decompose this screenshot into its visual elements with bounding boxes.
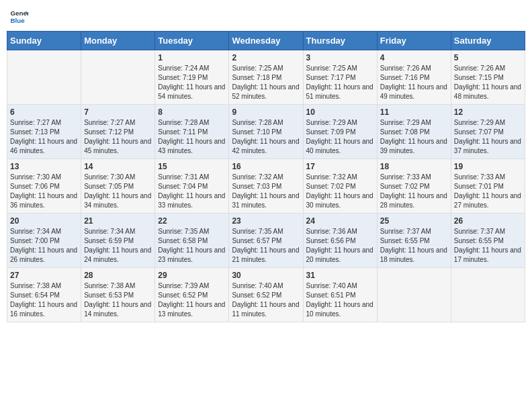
day-cell: 31Sunrise: 7:40 AM Sunset: 6:51 PM Dayli… — [303, 268, 377, 322]
day-number: 3 — [306, 53, 374, 62]
day-content: Sunrise: 7:35 AM Sunset: 6:57 PM Dayligh… — [232, 227, 300, 265]
day-number: 28 — [84, 271, 152, 280]
day-cell: 29Sunrise: 7:39 AM Sunset: 6:52 PM Dayli… — [155, 268, 229, 322]
day-content: Sunrise: 7:33 AM Sunset: 7:02 PM Dayligh… — [380, 173, 448, 210]
day-cell — [81, 50, 155, 105]
day-cell: 30Sunrise: 7:40 AM Sunset: 6:52 PM Dayli… — [229, 268, 303, 322]
day-content: Sunrise: 7:32 AM Sunset: 7:02 PM Dayligh… — [306, 173, 374, 210]
day-cell: 26Sunrise: 7:37 AM Sunset: 6:55 PM Dayli… — [451, 214, 525, 268]
day-number: 14 — [84, 162, 152, 171]
day-cell: 24Sunrise: 7:36 AM Sunset: 6:56 PM Dayli… — [303, 214, 377, 268]
day-number: 30 — [232, 271, 300, 280]
week-row-4: 20Sunrise: 7:34 AM Sunset: 7:00 PM Dayli… — [7, 214, 525, 268]
day-content: Sunrise: 7:25 AM Sunset: 7:17 PM Dayligh… — [306, 64, 374, 101]
day-cell: 1Sunrise: 7:24 AM Sunset: 7:19 PM Daylig… — [155, 50, 229, 105]
day-content: Sunrise: 7:30 AM Sunset: 7:05 PM Dayligh… — [84, 173, 152, 210]
logo: General Blue — [9, 7, 28, 26]
day-number: 16 — [232, 162, 300, 171]
day-number: 13 — [10, 162, 78, 171]
day-cell: 15Sunrise: 7:31 AM Sunset: 7:04 PM Dayli… — [155, 159, 229, 214]
day-content: Sunrise: 7:25 AM Sunset: 7:18 PM Dayligh… — [232, 64, 300, 101]
day-content: Sunrise: 7:29 AM Sunset: 7:07 PM Dayligh… — [454, 118, 522, 156]
day-number: 20 — [10, 216, 78, 226]
day-cell: 16Sunrise: 7:32 AM Sunset: 7:03 PM Dayli… — [229, 159, 303, 214]
day-content: Sunrise: 7:35 AM Sunset: 6:58 PM Dayligh… — [158, 227, 226, 265]
day-number: 6 — [10, 107, 78, 117]
generalblue-logo-icon: General Blue — [9, 7, 28, 26]
day-cell: 11Sunrise: 7:29 AM Sunset: 7:08 PM Dayli… — [377, 105, 451, 159]
day-number: 15 — [158, 162, 226, 171]
svg-text:General: General — [10, 9, 28, 17]
header-cell-saturday: Saturday — [451, 32, 525, 50]
day-number: 24 — [306, 216, 374, 226]
day-number: 7 — [84, 107, 152, 117]
day-number: 11 — [380, 107, 448, 117]
day-number: 1 — [158, 53, 226, 62]
day-content: Sunrise: 7:37 AM Sunset: 6:55 PM Dayligh… — [380, 227, 448, 265]
day-number: 22 — [158, 216, 226, 226]
day-number: 8 — [158, 107, 226, 117]
page-header: General Blue — [7, 7, 525, 26]
day-number: 23 — [232, 216, 300, 226]
day-content: Sunrise: 7:34 AM Sunset: 7:00 PM Dayligh… — [10, 227, 78, 265]
day-content: Sunrise: 7:26 AM Sunset: 7:16 PM Dayligh… — [380, 64, 448, 101]
day-number: 2 — [232, 53, 300, 62]
day-content: Sunrise: 7:38 AM Sunset: 6:53 PM Dayligh… — [84, 281, 152, 319]
day-cell: 20Sunrise: 7:34 AM Sunset: 7:00 PM Dayli… — [7, 214, 81, 268]
day-cell: 9Sunrise: 7:28 AM Sunset: 7:10 PM Daylig… — [229, 105, 303, 159]
day-content: Sunrise: 7:29 AM Sunset: 7:08 PM Dayligh… — [380, 118, 448, 156]
day-cell: 4Sunrise: 7:26 AM Sunset: 7:16 PM Daylig… — [377, 50, 451, 105]
day-content: Sunrise: 7:28 AM Sunset: 7:10 PM Dayligh… — [232, 118, 300, 156]
day-number: 26 — [454, 216, 522, 226]
day-cell — [7, 50, 81, 105]
day-cell: 27Sunrise: 7:38 AM Sunset: 6:54 PM Dayli… — [7, 268, 81, 322]
day-content: Sunrise: 7:33 AM Sunset: 7:01 PM Dayligh… — [454, 173, 522, 210]
day-number: 18 — [380, 162, 448, 171]
day-number: 9 — [232, 107, 300, 117]
day-number: 25 — [380, 216, 448, 226]
day-cell: 3Sunrise: 7:25 AM Sunset: 7:17 PM Daylig… — [303, 50, 377, 105]
day-cell: 14Sunrise: 7:30 AM Sunset: 7:05 PM Dayli… — [81, 159, 155, 214]
day-number: 10 — [306, 107, 374, 117]
day-cell: 5Sunrise: 7:26 AM Sunset: 7:15 PM Daylig… — [451, 50, 525, 105]
day-cell: 18Sunrise: 7:33 AM Sunset: 7:02 PM Dayli… — [377, 159, 451, 214]
week-row-2: 6Sunrise: 7:27 AM Sunset: 7:13 PM Daylig… — [7, 105, 525, 159]
svg-text:Blue: Blue — [10, 17, 25, 24]
day-content: Sunrise: 7:27 AM Sunset: 7:13 PM Dayligh… — [10, 118, 78, 156]
day-content: Sunrise: 7:38 AM Sunset: 6:54 PM Dayligh… — [10, 281, 78, 319]
calendar-header: SundayMondayTuesdayWednesdayThursdayFrid… — [7, 32, 525, 50]
day-number: 5 — [454, 53, 522, 62]
day-cell: 21Sunrise: 7:34 AM Sunset: 6:59 PM Dayli… — [81, 214, 155, 268]
day-content: Sunrise: 7:30 AM Sunset: 7:06 PM Dayligh… — [10, 173, 78, 210]
day-content: Sunrise: 7:32 AM Sunset: 7:03 PM Dayligh… — [232, 173, 300, 210]
day-cell: 8Sunrise: 7:28 AM Sunset: 7:11 PM Daylig… — [155, 105, 229, 159]
day-cell: 13Sunrise: 7:30 AM Sunset: 7:06 PM Dayli… — [7, 159, 81, 214]
day-number: 31 — [306, 271, 374, 280]
day-content: Sunrise: 7:39 AM Sunset: 6:52 PM Dayligh… — [158, 281, 226, 319]
day-number: 4 — [380, 53, 448, 62]
day-cell: 17Sunrise: 7:32 AM Sunset: 7:02 PM Dayli… — [303, 159, 377, 214]
week-row-5: 27Sunrise: 7:38 AM Sunset: 6:54 PM Dayli… — [7, 268, 525, 322]
header-cell-friday: Friday — [377, 32, 451, 50]
header-row: SundayMondayTuesdayWednesdayThursdayFrid… — [7, 32, 525, 50]
day-content: Sunrise: 7:27 AM Sunset: 7:12 PM Dayligh… — [84, 118, 152, 156]
day-cell: 12Sunrise: 7:29 AM Sunset: 7:07 PM Dayli… — [451, 105, 525, 159]
day-content: Sunrise: 7:34 AM Sunset: 6:59 PM Dayligh… — [84, 227, 152, 265]
day-content: Sunrise: 7:40 AM Sunset: 6:51 PM Dayligh… — [306, 281, 374, 319]
day-cell: 10Sunrise: 7:29 AM Sunset: 7:09 PM Dayli… — [303, 105, 377, 159]
day-content: Sunrise: 7:29 AM Sunset: 7:09 PM Dayligh… — [306, 118, 374, 156]
header-cell-monday: Monday — [81, 32, 155, 50]
day-content: Sunrise: 7:37 AM Sunset: 6:55 PM Dayligh… — [454, 227, 522, 265]
header-cell-wednesday: Wednesday — [229, 32, 303, 50]
day-cell: 22Sunrise: 7:35 AM Sunset: 6:58 PM Dayli… — [155, 214, 229, 268]
day-number: 21 — [84, 216, 152, 226]
day-content: Sunrise: 7:28 AM Sunset: 7:11 PM Dayligh… — [158, 118, 226, 156]
day-number: 17 — [306, 162, 374, 171]
day-cell — [451, 268, 525, 322]
day-number: 19 — [454, 162, 522, 171]
day-cell: 19Sunrise: 7:33 AM Sunset: 7:01 PM Dayli… — [451, 159, 525, 214]
calendar-table: SundayMondayTuesdayWednesdayThursdayFrid… — [7, 31, 525, 322]
calendar-body: 1Sunrise: 7:24 AM Sunset: 7:19 PM Daylig… — [7, 50, 525, 322]
header-cell-tuesday: Tuesday — [155, 32, 229, 50]
day-number: 12 — [454, 107, 522, 117]
